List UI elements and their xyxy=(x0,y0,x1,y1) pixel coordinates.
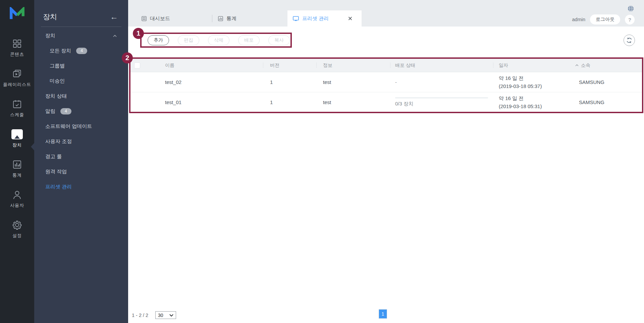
tab-preset-management[interactable]: 프리셋 관리 xyxy=(287,10,362,27)
language-globe-icon[interactable] xyxy=(628,5,634,12)
rail-item-device[interactable]: 장치 xyxy=(0,129,34,159)
tab-label: 프리셋 관리 xyxy=(302,15,329,22)
rail-label: 통계 xyxy=(12,172,22,178)
logout-button[interactable]: 로그아웃 xyxy=(590,14,620,25)
settings-gear-icon xyxy=(11,219,23,231)
tab-statistics[interactable]: 통계 xyxy=(212,10,287,27)
column-header-info[interactable]: 정보 xyxy=(316,59,390,72)
sidebar-item-preset-management[interactable]: 프리셋 관리 xyxy=(34,179,128,194)
rail-label: 사용자 xyxy=(10,202,24,209)
rail-label: 플레이리스트 xyxy=(3,82,31,88)
column-header-name[interactable]: 이름 xyxy=(148,59,263,72)
column-header-deploy-status[interactable]: 배포 상태 xyxy=(390,59,493,72)
cell-deploy-status: - xyxy=(390,79,493,85)
table-row[interactable]: test_02 1 test - 약 16 일 전 (2019-03-18 05… xyxy=(130,72,643,92)
sidebar-title: 장치 xyxy=(43,12,57,21)
sidebar-item-device-status[interactable]: 장치 상태 xyxy=(34,89,128,104)
user-icon xyxy=(11,189,23,200)
cell-info: test xyxy=(316,99,390,105)
sidebar-item-device-group[interactable]: 장치 xyxy=(34,28,128,43)
sidebar-item-alerts[interactable]: 알림 4 xyxy=(34,104,128,119)
sidebar-item-by-group[interactable]: 그룹별 xyxy=(34,58,128,74)
cell-organization: SAMSUNG xyxy=(570,99,643,105)
dashboard-icon xyxy=(142,16,147,21)
sort-asc-icon xyxy=(575,64,579,66)
statistics-icon xyxy=(11,159,23,170)
refresh-button[interactable] xyxy=(624,35,635,46)
cell-version: 1 xyxy=(263,99,316,105)
preset-toolbar: 추가 편집 삭제 배포 복사 xyxy=(148,35,290,45)
cell-deploy-status: 0/3 장치 xyxy=(390,97,493,107)
close-icon[interactable] xyxy=(348,16,352,20)
statistics-icon xyxy=(218,16,223,21)
rail-item-statistics[interactable]: 통계 xyxy=(0,159,34,189)
rail-item-playlist[interactable]: 플레이리스트 xyxy=(0,68,34,98)
schedule-icon xyxy=(11,98,23,110)
sidebar-item-all-devices[interactable]: 모든 장치 4 xyxy=(34,43,128,58)
column-header-date[interactable]: 일자 xyxy=(493,59,570,72)
rail-item-settings[interactable]: 설정 xyxy=(0,219,34,249)
playlist-icon xyxy=(11,68,23,80)
primary-nav-rail: 콘텐츠 플레이리스트 스케줄 xyxy=(0,0,34,323)
sidebar-item-software-update[interactable]: 소프트웨어 업데이트 xyxy=(34,119,128,134)
cell-version: 1 xyxy=(263,79,316,85)
annotation-step-2: 2 xyxy=(122,52,133,63)
rail-label: 장치 xyxy=(12,142,22,148)
cell-organization: SAMSUNG xyxy=(570,79,643,85)
edit-button[interactable]: 편집 xyxy=(178,35,199,45)
preset-management-panel: 1 추가 편집 삭제 배포 복사 2 이름 버전 정보 xyxy=(128,27,644,323)
cell-name: test_02 xyxy=(148,79,263,85)
rail-label: 콘텐츠 xyxy=(10,51,24,57)
monitor-icon xyxy=(293,16,299,21)
device-sidebar: 장치 ← 장치 모든 장치 4 그룹별 미승인 장치 상태 알림 4 소프트웨어… xyxy=(34,0,128,323)
select-all-checkbox[interactable] xyxy=(134,62,140,68)
rail-item-user[interactable]: 사용자 xyxy=(0,189,34,219)
deploy-button[interactable]: 배포 xyxy=(238,35,260,45)
main-area: 대시보드 통계 프리셋 관리 xyxy=(128,0,644,323)
tab-label: 통계 xyxy=(226,15,236,22)
cell-date: 약 16 일 전 (2019-03-18 05:31) xyxy=(493,94,570,110)
count-badge: 4 xyxy=(60,108,71,114)
pagination-range: 1 - 2 / 2 xyxy=(132,313,148,318)
deploy-progress-bar xyxy=(395,97,488,98)
table-header-row: 이름 버전 정보 배포 상태 일자 소속 xyxy=(130,59,643,72)
page-size-select[interactable]: 30 xyxy=(155,311,176,319)
magicinfo-m-logo-icon xyxy=(9,7,25,20)
tab-bar: 대시보드 통계 프리셋 관리 xyxy=(128,0,644,27)
sidebar-item-remote-job[interactable]: 원격 작업 xyxy=(34,164,128,179)
device-cast-icon xyxy=(11,129,23,140)
sidebar-item-alert-rule[interactable]: 경고 룰 xyxy=(34,149,128,164)
count-badge: 4 xyxy=(76,48,87,54)
help-button[interactable]: ? xyxy=(625,15,635,25)
sidebar-item-user-adjustment[interactable]: 사용자 조정 xyxy=(34,134,128,149)
grid-icon xyxy=(11,38,23,49)
username: admin xyxy=(572,17,586,22)
column-header-organization[interactable]: 소속 xyxy=(570,59,643,72)
chevron-up-icon[interactable] xyxy=(113,35,117,37)
table-row[interactable]: test_01 1 test 0/3 장치 약 16 일 전 (2019-03-… xyxy=(130,92,643,112)
chevron-down-icon xyxy=(169,314,173,317)
cell-date: 약 16 일 전 (2019-03-18 05:37) xyxy=(493,74,570,90)
collapse-sidebar-icon[interactable]: ← xyxy=(110,13,118,21)
app-logo[interactable] xyxy=(9,7,25,20)
column-header-version[interactable]: 버전 xyxy=(263,59,316,72)
rail-item-content[interactable]: 콘텐츠 xyxy=(0,38,34,68)
active-rail-pointer xyxy=(31,143,34,150)
rail-label: 설정 xyxy=(12,233,22,239)
tab-label: 대시보드 xyxy=(150,15,170,22)
refresh-icon xyxy=(626,37,633,44)
copy-button[interactable]: 복사 xyxy=(268,35,290,45)
annotation-step-1: 1 xyxy=(133,28,144,39)
add-button[interactable]: 추가 xyxy=(148,35,169,45)
rail-item-schedule[interactable]: 스케줄 xyxy=(0,98,34,129)
preset-table: 이름 버전 정보 배포 상태 일자 소속 test_02 1 test - xyxy=(130,59,643,112)
page-button-1[interactable]: 1 xyxy=(379,310,387,318)
sidebar-item-unapproved[interactable]: 미승인 xyxy=(34,74,128,89)
cell-name: test_01 xyxy=(148,99,263,105)
cell-info: test xyxy=(316,79,390,85)
tab-dashboard[interactable]: 대시보드 xyxy=(142,10,212,27)
delete-button[interactable]: 삭제 xyxy=(208,35,229,45)
rail-label: 스케줄 xyxy=(10,112,24,118)
